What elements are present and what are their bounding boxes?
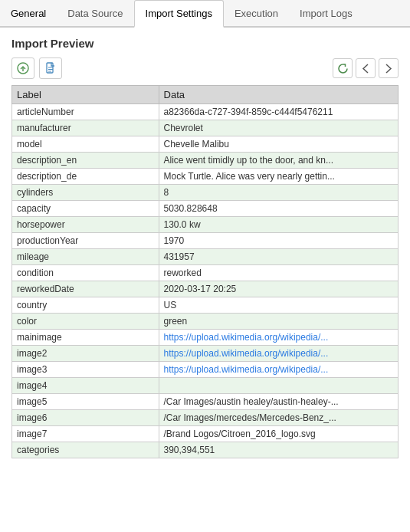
tab-data-source[interactable]: Data Source: [57, 0, 133, 28]
row-data: Chevelle Malibu: [159, 136, 398, 153]
tab-bar: General Data Source Import Settings Exec…: [0, 0, 410, 28]
row-data: 2020-03-17 20:25: [159, 281, 398, 297]
table-row: description_enAlice went timidly up to t…: [12, 153, 399, 169]
table-row: horsepower130.0 kw: [12, 217, 399, 233]
table-row: model Chevelle Malibu: [12, 136, 399, 153]
table-row: manufacturerChevrolet: [12, 120, 399, 136]
toolbar-right: [333, 58, 399, 78]
tab-execution[interactable]: Execution: [224, 0, 289, 28]
refresh-button[interactable]: [333, 58, 353, 78]
file-button[interactable]: [39, 57, 62, 79]
row-data: 130.0 kw: [159, 217, 398, 233]
row-data: 5030.828648: [159, 201, 398, 217]
table-row: articleNumbera82366da-c727-394f-859c-c44…: [12, 104, 399, 120]
next-button[interactable]: [379, 58, 399, 78]
table-row: mainimagehttps://upload.wikimedia.org/wi…: [12, 330, 399, 346]
row-label: mainimage: [12, 330, 159, 346]
tab-general[interactable]: General: [0, 0, 57, 28]
toolbar: [11, 57, 399, 79]
content-area: Import Preview: [0, 28, 410, 466]
table-row: cylinders8: [12, 185, 399, 201]
row-label: description_en: [12, 153, 159, 169]
row-data: 8: [159, 185, 398, 201]
row-label: country: [12, 297, 159, 314]
row-label: cylinders: [12, 185, 159, 201]
row-data: https://upload.wikimedia.org/wikipedia/.…: [159, 362, 398, 378]
row-label: reworkedDate: [12, 281, 159, 297]
prev-icon: [362, 64, 369, 74]
prev-button[interactable]: [356, 58, 376, 78]
row-data: green: [159, 314, 398, 330]
table-row: description_deMock Turtle. Alice was ver…: [12, 169, 399, 185]
upload-icon: [17, 62, 29, 74]
row-data: [159, 378, 398, 394]
preview-table: Label Data articleNumbera82366da-c727-39…: [11, 85, 399, 458]
row-label: image7: [12, 426, 159, 442]
table-row: image6/Car Images/mercedes/Mercedes-Benz…: [12, 410, 399, 426]
row-label: condition: [12, 265, 159, 281]
toolbar-left: [11, 57, 62, 79]
row-label: productionYear: [12, 233, 159, 249]
table-row: reworkedDate2020-03-17 20:25: [12, 281, 399, 297]
row-data: /Car Images/mercedes/Mercedes-Benz_...: [159, 410, 398, 426]
row-label: model: [12, 136, 159, 153]
table-row: conditionreworked: [12, 265, 399, 281]
row-label: image3: [12, 362, 159, 378]
table-row: image7/Brand Logos/Citroen_2016_logo.svg: [12, 426, 399, 442]
row-data: /Brand Logos/Citroen_2016_logo.svg: [159, 426, 398, 442]
table-row: image4: [12, 378, 399, 394]
row-data: reworked: [159, 265, 398, 281]
row-data: https://upload.wikimedia.org/wikipedia/.…: [159, 330, 398, 346]
table-row: colorgreen: [12, 314, 399, 330]
row-data: US: [159, 297, 398, 314]
table-row: productionYear1970: [12, 233, 399, 249]
upload-button[interactable]: [11, 57, 34, 79]
row-label: image6: [12, 410, 159, 426]
row-label: image4: [12, 378, 159, 394]
table-row: mileage431957: [12, 249, 399, 265]
row-data: Chevrolet: [159, 120, 398, 136]
row-label: mileage: [12, 249, 159, 265]
row-data: 1970: [159, 233, 398, 249]
table-row: image2https://upload.wikimedia.org/wikip…: [12, 346, 399, 362]
tab-import-logs[interactable]: Import Logs: [289, 0, 363, 28]
row-label: categories: [12, 442, 159, 458]
section-title: Import Preview: [11, 37, 399, 50]
row-data: 390,394,551: [159, 442, 398, 458]
row-label: image5: [12, 394, 159, 410]
row-data: Alice went timidly up to the door, and k…: [159, 153, 398, 169]
col-header-data: Data: [159, 86, 398, 104]
file-icon: [44, 62, 57, 74]
row-data: 431957: [159, 249, 398, 265]
refresh-icon: [337, 63, 349, 74]
row-label: articleNumber: [12, 104, 159, 120]
row-label: horsepower: [12, 217, 159, 233]
table-row: image3https://upload.wikimedia.org/wikip…: [12, 362, 399, 378]
row-label: manufacturer: [12, 120, 159, 136]
next-icon: [385, 64, 392, 74]
row-data: a82366da-c727-394f-859c-c444f5476211: [159, 104, 398, 120]
row-label: color: [12, 314, 159, 330]
table-row: image5/Car Images/austin healey/austin-h…: [12, 394, 399, 410]
col-header-label: Label: [12, 86, 159, 104]
row-label: image2: [12, 346, 159, 362]
row-label: description_de: [12, 169, 159, 185]
row-label: capacity: [12, 201, 159, 217]
row-data: https://upload.wikimedia.org/wikipedia/.…: [159, 346, 398, 362]
table-row: countryUS: [12, 297, 399, 314]
table-row: categories390,394,551: [12, 442, 399, 458]
tab-import-settings[interactable]: Import Settings: [134, 0, 224, 28]
table-row: capacity5030.828648: [12, 201, 399, 217]
row-data: Mock Turtle. Alice was very nearly getti…: [159, 169, 398, 185]
row-data: /Car Images/austin healey/austin-healey-…: [159, 394, 398, 410]
